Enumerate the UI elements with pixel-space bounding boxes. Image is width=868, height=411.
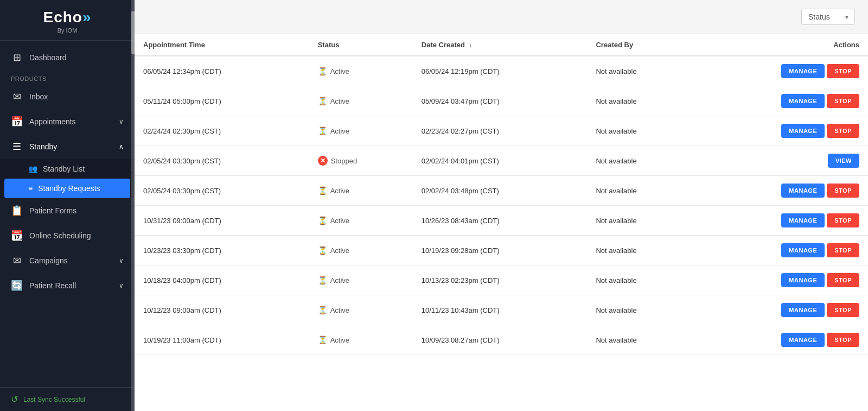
cell-created-by: Not available [587,236,693,265]
main-content: Status Active Stopped Appointment Time S… [135,0,868,411]
table-row: 10/19/23 11:00am (CDT)⏳Active10/09/23 08… [135,325,868,355]
standby-list-icon: 👥 [28,165,37,173]
manage-button[interactable]: MANAGE [781,333,825,347]
patient-recall-icon: 🔄 [11,280,23,292]
table-row: 10/31/23 09:00am (CDT)⏳Active10/26/23 08… [135,206,868,236]
manage-button[interactable]: MANAGE [781,64,825,78]
hourglass-icon: ⏳ [318,276,327,284]
manage-button[interactable]: MANAGE [781,243,825,257]
status-label: Active [330,187,349,195]
status-label: Active [330,217,349,225]
table-row: 10/12/23 09:00am (CDT)⏳Active10/11/23 10… [135,295,868,325]
products-section-label: Products [0,70,135,84]
chevron-down-icon: ∨ [119,118,124,125]
inbox-icon: ✉ [11,91,23,103]
table-header: Appointment Time Status Date Created ↓ C… [135,34,868,56]
manage-button[interactable]: MANAGE [781,184,825,198]
stop-button[interactable]: STOP [827,213,859,227]
standby-requests-table: Appointment Time Status Date Created ↓ C… [135,34,868,355]
status-label: Active [330,127,349,135]
cell-appt-time: 10/23/23 03:30pm (CDT) [135,236,309,265]
stop-button[interactable]: STOP [827,243,859,257]
sync-status: ↺ Last Sync Successful [0,387,135,411]
manage-button[interactable]: MANAGE [781,124,825,138]
status-filter-wrapper[interactable]: Status Active Stopped [801,9,855,25]
sidebar-item-label: Inbox [29,92,48,101]
stop-button[interactable]: STOP [827,64,859,78]
col-actions: Actions [694,34,868,56]
stop-button[interactable]: STOP [827,94,859,108]
table-row: 10/23/23 03:30pm (CDT)⏳Active10/19/23 09… [135,236,868,265]
table-body: 06/05/24 12:34pm (CDT)⏳Active06/05/24 12… [135,56,868,355]
status-active: ⏳Active [318,216,404,225]
sidebar-item-inbox[interactable]: ✉ Inbox [0,84,135,109]
sidebar-item-campaigns[interactable]: ✉ Campaigns ∨ [0,248,135,273]
stop-button[interactable]: STOP [827,124,859,138]
sidebar-item-label: Standby Requests [38,184,100,193]
status-active: ⏳Active [318,127,404,135]
sidebar-item-patient-recall[interactable]: 🔄 Patient Recall ∨ [0,273,135,298]
table-container: Appointment Time Status Date Created ↓ C… [135,34,868,411]
sidebar-item-appointments[interactable]: 📅 Appointments ∨ [0,109,135,134]
cell-appt-time: 02/05/24 03:30pm (CST) [135,176,309,206]
view-button[interactable]: VIEW [828,154,859,168]
cell-status: ⏳Active [309,176,413,206]
table-row: 02/05/24 03:30pm (CST)✕Stopped02/02/24 0… [135,146,868,176]
cell-created-by: Not available [587,116,693,146]
status-active: ⏳Active [318,186,404,195]
sidebar-item-online-scheduling[interactable]: 📆 Online Scheduling [0,223,135,248]
cell-status: ⏳Active [309,116,413,146]
logo-area: Echo» By IOM [0,0,135,41]
hourglass-icon: ⏳ [318,67,327,75]
status-active: ⏳Active [318,246,404,255]
header-row: Appointment Time Status Date Created ↓ C… [135,34,868,56]
sidebar-item-label: Standby [29,142,57,151]
cell-appt-time: 02/24/24 02:30pm (CST) [135,116,309,146]
campaigns-icon: ✉ [11,255,23,267]
cell-date-created: 02/23/24 02:27pm (CST) [413,116,588,146]
status-label: Active [330,306,349,314]
stop-button[interactable]: STOP [827,333,859,347]
table-row: 10/18/23 04:00pm (CDT)⏳Active10/13/23 02… [135,265,868,295]
status-active: ⏳Active [318,306,404,314]
cell-status: ✕Stopped [309,146,413,176]
scroll-thumb[interactable] [131,11,135,54]
status-label: Active [330,336,349,344]
cell-date-created: 05/09/24 03:47pm (CDT) [413,86,588,116]
hourglass-icon: ⏳ [318,186,327,195]
cell-date-created: 06/05/24 12:19pm (CDT) [413,56,588,86]
stop-button[interactable]: STOP [827,184,859,198]
cell-actions: MANAGESTOP [694,295,868,325]
cell-status: ⏳Active [309,206,413,236]
status-stopped: ✕Stopped [318,156,404,166]
cell-status: ⏳Active [309,295,413,325]
standby-submenu: 👥 Standby List ≡ Standby Requests [0,159,135,198]
sidebar-item-standby-requests[interactable]: ≡ Standby Requests [4,179,130,198]
sidebar-item-standby-list[interactable]: 👥 Standby List [0,159,135,179]
scrollbar[interactable] [131,0,135,411]
status-dropdown[interactable]: Status Active Stopped [801,9,855,25]
sidebar-item-patient-forms[interactable]: 📋 Patient Forms [0,198,135,223]
sync-icon: ↺ [11,394,18,404]
manage-button[interactable]: MANAGE [781,94,825,108]
manage-button[interactable]: MANAGE [781,213,825,227]
cell-appt-time: 02/05/24 03:30pm (CST) [135,146,309,176]
hourglass-icon: ⏳ [318,336,327,344]
cell-created-by: Not available [587,265,693,295]
status-label: Active [330,97,349,105]
stop-button[interactable]: STOP [827,303,859,317]
col-status: Status [309,34,413,56]
manage-button[interactable]: MANAGE [781,273,825,287]
cell-date-created: 10/19/23 09:28am (CDT) [413,236,588,265]
sync-text: Last Sync Successful [23,396,85,403]
stop-button[interactable]: STOP [827,273,859,287]
col-appointment-time: Appointment Time [135,34,309,56]
manage-button[interactable]: MANAGE [781,303,825,317]
status-label: Active [330,276,349,284]
patient-forms-icon: 📋 [11,205,23,217]
sidebar-item-dashboard[interactable]: ⊞ Dashboard [0,45,135,70]
hourglass-icon: ⏳ [318,246,327,255]
sidebar-item-standby[interactable]: ☰ Standby ∧ [0,134,135,159]
stop-icon: ✕ [318,156,328,166]
cell-actions: MANAGESTOP [694,206,868,236]
